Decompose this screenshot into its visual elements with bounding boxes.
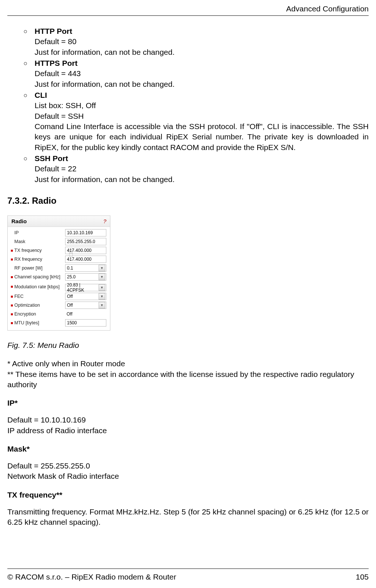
- row-label: Optimization: [14, 303, 65, 308]
- def-txfreq-body: Transmitting frequency. Format MHz.kHz.H…: [7, 507, 369, 528]
- select-value: Off: [67, 303, 73, 308]
- text: List box: SSH, Off: [35, 100, 369, 111]
- row-mark: ■: [11, 257, 14, 261]
- row-mark: ■: [11, 312, 14, 316]
- text: Default = 80: [35, 36, 369, 47]
- term-ssh-port: SSH Port: [35, 153, 369, 164]
- def-mask-body: Default = 255.255.255.0 Network Mask of …: [7, 461, 369, 482]
- select-value: 25.0: [67, 274, 75, 279]
- row-rf-power: RF power [W] 0.1 ▼: [8, 264, 110, 272]
- row-optimization: ■ Optimization Off ▼: [8, 301, 110, 310]
- rf-power-select[interactable]: 0.1 ▼: [65, 264, 106, 272]
- text: Default = SSH: [35, 111, 369, 121]
- row-modulation-rate: ■ Modulation rate [kbps] 20.83 | 4CPFSK …: [8, 281, 110, 292]
- text: Default = 443: [35, 68, 369, 79]
- text: IP address of Radio interface: [7, 426, 107, 435]
- row-mark: ■: [11, 275, 14, 279]
- text: Default = 10.10.10.169: [7, 416, 86, 424]
- row-mark: ■: [11, 295, 14, 299]
- text: Comand Line Interface is accessible via …: [35, 121, 369, 153]
- text: Default = 22: [35, 164, 369, 174]
- section-heading-radio: 7.3.2. Radio: [7, 196, 369, 206]
- chevron-down-icon: ▼: [99, 265, 105, 271]
- term-tx-frequency: TX frequency**: [7, 491, 369, 499]
- row-mark: ■: [11, 285, 14, 289]
- term-https-port: HTTPS Port: [35, 58, 369, 68]
- page-number: 105: [356, 573, 369, 581]
- figure-caption: Fig. 7.5: Menu Radio: [7, 341, 369, 350]
- row-channel-spacing: ■ Channel spacing [kHz] 25.0 ▼: [8, 272, 110, 281]
- row-mtu: ■ MTU [bytes]: [8, 318, 110, 327]
- def-ip-body: Default = 10.10.10.169 IP address of Rad…: [7, 415, 369, 436]
- panel-title-bar: Radio ?: [8, 216, 110, 227]
- chevron-down-icon: ▼: [99, 302, 105, 309]
- page-header: Advanced Configuration: [7, 4, 369, 16]
- mtu-input[interactable]: [65, 319, 106, 327]
- row-tx-freq: ■ TX frequency: [8, 246, 110, 255]
- modulation-select[interactable]: 20.83 | 4CPFSK ▼: [65, 284, 106, 291]
- list-item: HTTPS Port Default = 443 Just for inform…: [24, 58, 369, 89]
- optimization-select[interactable]: Off ▼: [65, 302, 106, 309]
- text: Network Mask of Radio interface: [7, 472, 119, 480]
- select-value: Off: [67, 311, 72, 317]
- chevron-down-icon: ▼: [99, 284, 105, 291]
- row-encryption: ■ Encryption Off: [8, 310, 110, 318]
- row-rx-freq: ■ RX frequency: [8, 255, 110, 264]
- row-fec: ■ FEC Off ▼: [8, 292, 110, 301]
- list-item: SSH Port Default = 22 Just for informati…: [24, 153, 369, 185]
- row-label: FEC: [14, 294, 65, 299]
- ip-input[interactable]: [65, 229, 106, 236]
- row-label: RX frequency: [14, 257, 65, 262]
- fec-select[interactable]: Off ▼: [65, 293, 106, 300]
- row-label: Channel spacing [kHz]: [14, 274, 65, 279]
- row-label: IP: [14, 230, 65, 235]
- row-label: Encryption: [14, 311, 65, 317]
- row-ip: IP: [8, 228, 110, 237]
- chevron-down-icon: ▼: [99, 293, 105, 300]
- row-label: Mask: [14, 239, 65, 244]
- list-item: CLI List box: SSH, Off Default = SSH Com…: [24, 90, 369, 153]
- footnote-2: ** These items have to be set in accorda…: [7, 369, 369, 390]
- chevron-down-icon: ▼: [99, 274, 105, 280]
- term-cli: CLI: [35, 90, 369, 100]
- link-icon[interactable]: ⬚⬚: [69, 250, 72, 256]
- row-label: MTU [bytes]: [14, 320, 65, 325]
- text: Just for information, can not be changed…: [35, 79, 369, 89]
- row-mark: ■: [11, 321, 14, 325]
- text: Just for information, can not be changed…: [35, 174, 369, 185]
- text: Default = 255.255.255.0: [7, 462, 90, 470]
- channel-spacing-select[interactable]: 25.0 ▼: [65, 273, 106, 281]
- row-label: RF power [W]: [14, 266, 65, 271]
- select-value: Off: [67, 294, 73, 299]
- footer-left: © RACOM s.r.o. – RipEX Radio modem & Rou…: [7, 573, 176, 581]
- mask-input[interactable]: [65, 238, 106, 245]
- row-label: Modulation rate [kbps]: [14, 284, 65, 289]
- list-item: HTTP Port Default = 80 Just for informat…: [24, 26, 369, 57]
- encryption-value[interactable]: Off: [65, 310, 106, 318]
- help-icon[interactable]: ?: [103, 218, 106, 224]
- select-value: 20.83 | 4CPFSK: [67, 282, 99, 293]
- term-ip: IP*: [7, 399, 369, 407]
- row-label: TX frequency: [14, 248, 65, 253]
- text: Just for information, can not be changed…: [35, 47, 369, 57]
- footnote-1: * Active only when in Router mode: [7, 359, 369, 369]
- radio-panel: Radio ? IP Mask ■ TX frequency ⬚⬚ ■: [7, 215, 110, 331]
- row-mark: ■: [11, 249, 14, 253]
- port-list: HTTP Port Default = 80 Just for informat…: [24, 26, 369, 185]
- select-value: 0.1: [67, 266, 73, 271]
- panel-title: Radio: [11, 218, 27, 224]
- term-http-port: HTTP Port: [35, 26, 369, 36]
- row-mark: ■: [11, 303, 14, 307]
- term-mask: Mask*: [7, 445, 369, 453]
- page-footer: © RACOM s.r.o. – RipEX Radio modem & Rou…: [7, 569, 369, 581]
- row-mask: Mask: [8, 237, 110, 246]
